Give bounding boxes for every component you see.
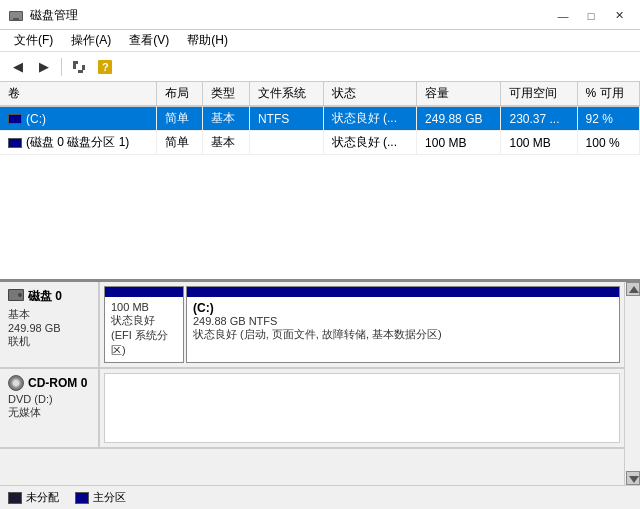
cell-1: 基本 xyxy=(203,131,250,155)
partition-part0-2[interactable]: (C:)249.88 GB NTFS状态良好 (启动, 页面文件, 故障转储, … xyxy=(186,286,620,363)
disk-name-text: 磁盘 0 xyxy=(28,288,62,305)
cell-0: 简单 xyxy=(156,106,203,131)
menu-item-view[interactable]: 查看(V) xyxy=(121,30,177,51)
partition-size: 100 MB xyxy=(111,301,177,313)
refresh-button[interactable] xyxy=(67,56,91,78)
cell-2 xyxy=(249,131,323,155)
col-header-free[interactable]: 可用空间 xyxy=(501,82,577,106)
svg-point-11 xyxy=(18,293,22,297)
partition-header-bar xyxy=(105,287,183,297)
bottom-pane: 磁盘 0基本249.98 GB联机100 MB状态良好 (EFI 系统分区)(C… xyxy=(0,282,640,485)
top-pane: 卷 布局 类型 文件系统 状态 容量 可用空间 % 可用 (C:)简单基本NTF… xyxy=(0,82,640,282)
menu-item-action[interactable]: 操作(A) xyxy=(63,30,119,51)
vol-icon xyxy=(8,114,22,124)
partition-size: 249.88 GB NTFS xyxy=(193,315,613,327)
scrollbar-track[interactable] xyxy=(624,282,640,485)
legend-label-primary: 主分区 xyxy=(93,490,126,505)
disk-list-table: 卷 布局 类型 文件系统 状态 容量 可用空间 % 可用 (C:)简单基本NTF… xyxy=(0,82,640,155)
cell-3: 状态良好 (... xyxy=(323,106,416,131)
toolbar: ◀ ▶ ? xyxy=(0,52,640,82)
cell-0: 简单 xyxy=(156,131,203,155)
title-bar: 磁盘管理 — □ ✕ xyxy=(0,0,640,30)
legend-unallocated: 未分配 xyxy=(8,490,59,505)
vol-icon xyxy=(8,138,22,148)
partition-status: 状态良好 (EFI 系统分区) xyxy=(111,313,177,358)
close-button[interactable]: ✕ xyxy=(606,6,632,26)
disk-drive-icon xyxy=(8,289,24,304)
svg-rect-2 xyxy=(13,18,19,20)
toolbar-separator xyxy=(61,58,62,76)
disk-info-panel: 磁盘 0基本249.98 GB联机 xyxy=(0,282,100,367)
cdrom-icon xyxy=(8,375,24,391)
maximize-button[interactable]: □ xyxy=(578,6,604,26)
cell-5: 100 MB xyxy=(501,131,577,155)
svg-marker-13 xyxy=(629,476,639,483)
svg-rect-5 xyxy=(78,70,83,73)
forward-button[interactable]: ▶ xyxy=(32,56,56,78)
back-button[interactable]: ◀ xyxy=(6,56,30,78)
legend-color-primary xyxy=(75,492,89,504)
col-header-fs[interactable]: 文件系统 xyxy=(249,82,323,106)
svg-marker-12 xyxy=(629,286,639,293)
legend-bar: 未分配 主分区 xyxy=(0,485,640,509)
cell-1: 基本 xyxy=(203,106,250,131)
title-controls: — □ ✕ xyxy=(550,6,632,26)
cell-4: 100 MB xyxy=(417,131,501,155)
disk-name: CD-ROM 0 xyxy=(8,375,90,391)
menu-item-file[interactable]: 文件(F) xyxy=(6,30,61,51)
table-row[interactable]: (C:)简单基本NTFS状态良好 (...249.88 GB230.37 ...… xyxy=(0,106,640,131)
scroll-down-button[interactable] xyxy=(626,471,640,485)
cell-6: 92 % xyxy=(577,106,639,131)
cell-3: 状态良好 (... xyxy=(323,131,416,155)
table-header-row: 卷 布局 类型 文件系统 状态 容量 可用空间 % 可用 xyxy=(0,82,640,106)
help-button[interactable]: ? xyxy=(93,56,117,78)
legend-color-unallocated xyxy=(8,492,22,504)
partition-header-bar xyxy=(187,287,619,297)
partition-status: 状态良好 (启动, 页面文件, 故障转储, 基本数据分区) xyxy=(193,327,613,342)
cell-6: 100 % xyxy=(577,131,639,155)
disk-partitions xyxy=(104,373,620,443)
col-header-type[interactable]: 类型 xyxy=(203,82,250,106)
col-header-status[interactable]: 状态 xyxy=(323,82,416,106)
disk-row: 磁盘 0基本249.98 GB联机100 MB状态良好 (EFI 系统分区)(C… xyxy=(0,282,624,369)
cell-vol: (磁盘 0 磁盘分区 1) xyxy=(0,131,156,155)
partition-label: (C:) xyxy=(193,301,613,315)
minimize-button[interactable]: — xyxy=(550,6,576,26)
cell-5: 230.37 ... xyxy=(501,106,577,131)
col-header-vol[interactable]: 卷 xyxy=(0,82,156,106)
disk-status: 无媒体 xyxy=(8,405,90,420)
table-row[interactable]: (磁盘 0 磁盘分区 1)简单基本状态良好 (...100 MB100 MB10… xyxy=(0,131,640,155)
disk-row: CD-ROM 0DVD (D:)无媒体 xyxy=(0,369,624,449)
menu-item-help[interactable]: 帮助(H) xyxy=(179,30,236,51)
svg-rect-4 xyxy=(73,64,76,69)
title-bar-left: 磁盘管理 xyxy=(8,7,78,24)
main-content: 卷 布局 类型 文件系统 状态 容量 可用空间 % 可用 (C:)简单基本NTF… xyxy=(0,82,640,509)
cell-4: 249.88 GB xyxy=(417,106,501,131)
partition-part0-1[interactable]: 100 MB状态良好 (EFI 系统分区) xyxy=(104,286,184,363)
disk-type: DVD (D:) xyxy=(8,393,90,405)
disk-info-panel: CD-ROM 0DVD (D:)无媒体 xyxy=(0,369,100,447)
svg-rect-3 xyxy=(73,61,78,64)
disk-partitions: 100 MB状态良好 (EFI 系统分区)(C:)249.88 GB NTFS状… xyxy=(100,282,624,367)
col-header-capacity[interactable]: 容量 xyxy=(417,82,501,106)
cell-vol: (C:) xyxy=(0,106,156,131)
disk-status: 联机 xyxy=(8,334,90,349)
legend-primary: 主分区 xyxy=(75,490,126,505)
svg-text:?: ? xyxy=(102,61,109,73)
col-header-pct[interactable]: % 可用 xyxy=(577,82,639,106)
svg-rect-6 xyxy=(82,65,85,70)
scroll-up-button[interactable] xyxy=(626,282,640,296)
menu-bar: 文件(F)操作(A)查看(V)帮助(H) xyxy=(0,30,640,52)
window-title: 磁盘管理 xyxy=(30,7,78,24)
legend-label-unallocated: 未分配 xyxy=(26,490,59,505)
cell-2: NTFS xyxy=(249,106,323,131)
disk-size: 249.98 GB xyxy=(8,322,90,334)
disk-name-text: CD-ROM 0 xyxy=(28,376,87,390)
disk-type: 基本 xyxy=(8,307,90,322)
col-header-layout[interactable]: 布局 xyxy=(156,82,203,106)
disk-name: 磁盘 0 xyxy=(8,288,90,305)
app-icon xyxy=(8,8,24,24)
